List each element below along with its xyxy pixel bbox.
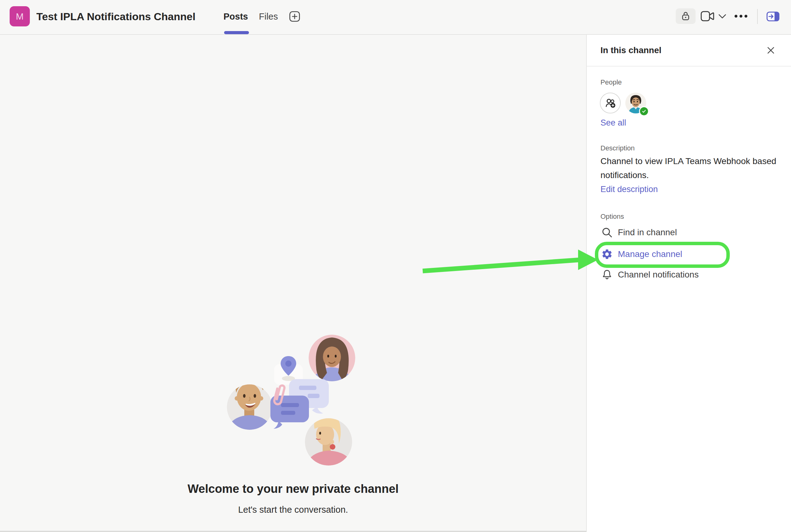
panel-header: In this channel xyxy=(587,35,791,66)
channel-header: M Test IPLA Notifications Channel Posts … xyxy=(0,0,791,35)
panel-title: In this channel xyxy=(601,35,661,66)
add-people-button[interactable] xyxy=(600,93,621,113)
more-options-icon xyxy=(734,14,748,18)
chevron-down-icon xyxy=(718,14,727,19)
check-icon xyxy=(641,109,647,114)
welcome-title: Welcome to your new private channel xyxy=(0,482,586,496)
tab-files[interactable]: Files xyxy=(259,0,278,33)
illustration-woman-bottom xyxy=(305,414,353,466)
page-title: Test IPLA Notifications Channel xyxy=(36,0,195,33)
tab-posts[interactable]: Posts xyxy=(224,0,248,33)
option-label: Manage channel xyxy=(618,249,682,259)
edit-description-link[interactable]: Edit description xyxy=(601,185,658,194)
close-icon xyxy=(766,45,776,56)
gear-icon xyxy=(601,248,613,260)
description-section-label: Description xyxy=(601,144,635,152)
teams-channel-screen: M Test IPLA Notifications Channel Posts … xyxy=(0,0,791,532)
bell-icon xyxy=(601,269,613,281)
meet-now-button[interactable] xyxy=(700,9,734,23)
video-camera-icon xyxy=(700,11,715,21)
lock-icon xyxy=(680,10,692,22)
illustration-woman-top xyxy=(309,335,355,383)
search-icon xyxy=(601,227,613,238)
team-avatar[interactable]: M xyxy=(10,6,30,26)
toolbar-divider xyxy=(757,9,758,24)
see-all-link[interactable]: See all xyxy=(601,118,626,128)
in-this-channel-panel: In this channel People xyxy=(586,35,791,532)
main-content-area: Welcome to your new private channel Let'… xyxy=(0,35,586,532)
option-channel-notifications[interactable]: Channel notifications xyxy=(601,266,699,283)
options-section-label: Options xyxy=(601,212,624,221)
team-avatar-letter: M xyxy=(16,11,24,22)
option-find-in-channel[interactable]: Find in channel xyxy=(601,224,677,241)
illustration-man xyxy=(227,371,272,433)
option-label: Find in channel xyxy=(618,227,677,238)
people-section-label: People xyxy=(601,78,622,87)
more-options-button[interactable] xyxy=(734,11,749,21)
presence-available-badge xyxy=(639,106,649,116)
close-panel-button[interactable] xyxy=(766,45,776,56)
active-tab-underline xyxy=(224,31,249,34)
people-conversation-illustration xyxy=(218,326,373,466)
tab-posts-label: Posts xyxy=(224,12,248,22)
purple-speech-bubble xyxy=(270,396,309,429)
open-right-panel-icon xyxy=(767,12,779,21)
option-manage-channel[interactable]: Manage channel xyxy=(601,246,682,263)
option-label: Channel notifications xyxy=(618,270,699,280)
add-people-icon xyxy=(604,97,617,109)
plus-icon xyxy=(289,11,301,22)
private-channel-lock-button[interactable] xyxy=(676,8,696,24)
open-panel-button[interactable] xyxy=(767,12,779,21)
welcome-subtitle: Let's start the conversation. xyxy=(0,505,586,515)
channel-description-text: Channel to view IPLA Teams Webhook based… xyxy=(601,154,787,182)
tab-files-label: Files xyxy=(259,12,278,22)
compose-box-edge xyxy=(0,531,586,532)
add-tab-button[interactable] xyxy=(289,11,301,22)
